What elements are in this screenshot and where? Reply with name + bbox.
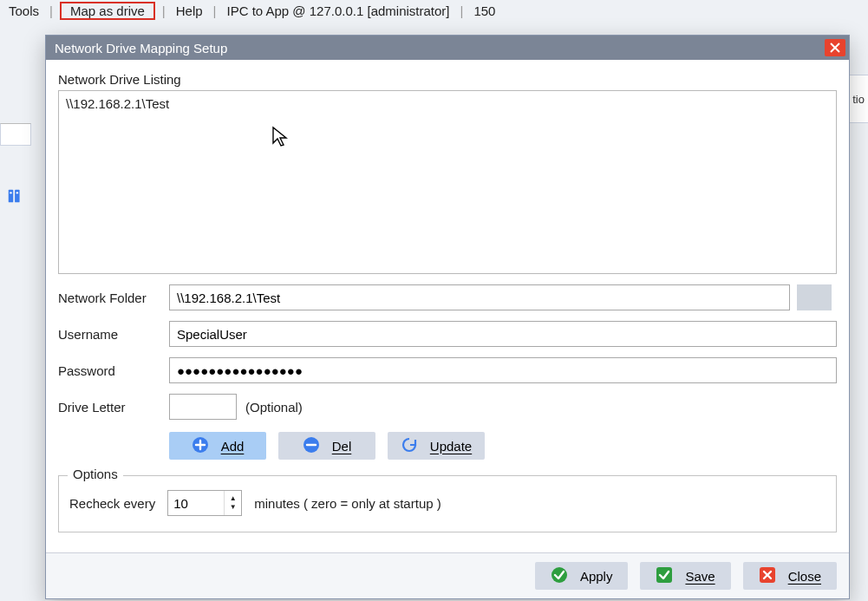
close-icon [830, 41, 840, 56]
network-drive-dialog: Network Drive Mapping Setup Network Driv… [45, 35, 850, 599]
browse-button[interactable] [797, 284, 832, 310]
menu-separator: | [212, 3, 219, 18]
password-label: Password [58, 363, 162, 378]
refresh-icon [401, 436, 418, 456]
minutes-text: minutes ( zero = only at startup ) [254, 496, 441, 511]
check-square-icon [656, 566, 673, 586]
password-input[interactable] [169, 357, 837, 383]
apply-button[interactable]: Apply [535, 562, 629, 590]
dialog-titlebar: Network Drive Mapping Setup [46, 36, 849, 60]
recheck-spinner[interactable]: ▲ ▼ [167, 490, 242, 516]
save-button[interactable]: Save [640, 562, 730, 590]
books-icon[interactable] [5, 186, 26, 206]
menu-separator: | [160, 3, 167, 18]
menu-count: 150 [470, 2, 499, 20]
menu-separator: | [48, 3, 55, 18]
options-group: Options Recheck every ▲ ▼ minutes ( zero… [58, 475, 837, 532]
add-button[interactable]: Add [169, 432, 266, 460]
recheck-input[interactable] [168, 491, 224, 515]
close-button[interactable] [825, 39, 845, 56]
x-square-icon [759, 566, 776, 586]
spinner-up-icon[interactable]: ▲ [225, 494, 241, 503]
drive-listing[interactable]: \\192.168.2.1\Test [58, 90, 837, 274]
network-folder-label: Network Folder [58, 291, 162, 305]
username-input[interactable] [169, 321, 837, 347]
dialog-title: Network Drive Mapping Setup [55, 41, 825, 56]
recheck-label: Recheck every [69, 496, 155, 511]
add-label: Add [221, 439, 245, 454]
minus-icon [303, 436, 320, 456]
menu-map-as-drive[interactable]: Map as drive [60, 2, 155, 20]
menu-separator: | [459, 3, 466, 18]
network-folder-input[interactable] [169, 284, 790, 310]
svg-point-2 [10, 192, 11, 193]
username-label: Username [58, 327, 162, 342]
update-button[interactable]: Update [388, 432, 485, 460]
cursor-icon [271, 126, 289, 148]
listing-label: Network Drive Listing [58, 72, 837, 87]
plus-icon [192, 436, 209, 456]
options-legend: Options [68, 467, 123, 481]
bg-input-fragment [0, 123, 31, 146]
svg-rect-1 [15, 190, 20, 203]
bg-right-tab: tio [848, 75, 868, 123]
spinner-down-icon[interactable]: ▼ [225, 503, 241, 512]
svg-point-3 [16, 192, 18, 193]
menu-tools[interactable]: Tools [5, 2, 42, 20]
close-dialog-button[interactable]: Close [743, 562, 837, 590]
optional-text: (Optional) [245, 400, 303, 415]
menubar: Tools | Map as drive | Help | IPC to App… [0, 0, 868, 23]
list-item[interactable]: \\192.168.2.1\Test [66, 96, 829, 111]
drive-letter-label: Drive Letter [58, 400, 162, 415]
drive-letter-input[interactable] [169, 394, 237, 420]
dialog-footer: Apply Save Close [46, 552, 849, 598]
menu-ipc-status: IPC to App @ 127.0.0.1 [administrator] [223, 2, 453, 20]
check-circle-icon [551, 566, 568, 586]
del-button[interactable]: Del [278, 432, 375, 460]
update-label: Update [430, 439, 472, 454]
menu-help[interactable]: Help [173, 2, 206, 20]
save-label: Save [685, 569, 715, 584]
svg-rect-7 [656, 567, 672, 583]
del-label: Del [332, 439, 352, 454]
close-label: Close [788, 569, 821, 584]
svg-rect-0 [9, 190, 14, 203]
svg-point-6 [551, 567, 567, 583]
apply-label: Apply [580, 569, 613, 584]
